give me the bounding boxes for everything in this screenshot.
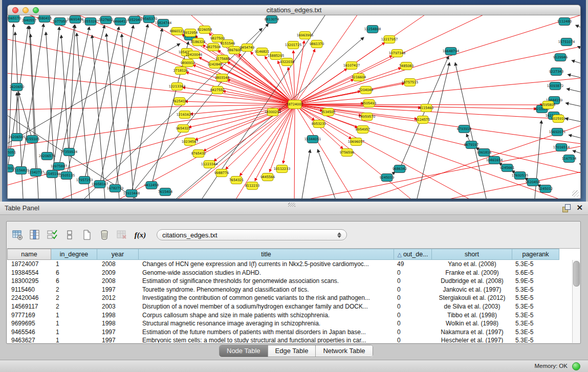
graph-node[interactable]: 2940557 <box>22 17 36 25</box>
graph-node[interactable]: 3216604 <box>352 74 366 81</box>
table-row[interactable]: 911546021997Tourette syndrome. Phenomeno… <box>7 286 572 294</box>
graph-node[interactable]: 10696057 <box>348 138 365 146</box>
new-column-icon[interactable] <box>81 229 93 241</box>
table-scrollbar[interactable] <box>572 260 580 343</box>
tab-edge-table[interactable]: Edge Table <box>268 345 316 357</box>
graph-node[interactable]: 9534505 <box>321 108 335 116</box>
graph-node[interactable]: 1167534 <box>562 155 576 163</box>
graph-node[interactable]: 8112233 <box>245 182 259 190</box>
graph-node[interactable]: 9242848 <box>208 61 222 69</box>
close-panel-icon[interactable]: ✕ <box>576 203 583 212</box>
table-row[interactable]: 1830029562008Estimation of significance … <box>7 277 572 286</box>
graph-node[interactable]: 2205051 <box>8 149 16 157</box>
graph-node[interactable]: 9445566 <box>260 173 275 181</box>
table-row[interactable]: 1456911722003Disruption of a novel membe… <box>7 302 572 311</box>
graph-node[interactable]: 10553287 <box>82 18 99 26</box>
tab-node-table[interactable]: Node Table <box>220 345 268 357</box>
graph-node[interactable]: 8954957 <box>356 126 370 134</box>
graph-node[interactable]: 15824744 <box>155 19 172 27</box>
graph-node[interactable]: 12342737 <box>28 169 45 177</box>
graph-node[interactable]: 9654321 <box>176 125 190 133</box>
graph-node[interactable]: 9890912 <box>181 59 195 67</box>
graph-node[interactable]: 9245019 <box>380 174 394 182</box>
network-graph[interactable]: 1872400718300295206517029405578580415197… <box>8 15 581 199</box>
graph-node[interactable]: 9827504 <box>206 43 221 51</box>
graph-node[interactable]: 9520458 <box>526 179 540 186</box>
table-row[interactable]: 969969511998Structural magnetic resonanc… <box>7 319 572 328</box>
graph-node[interactable]: 1112480 <box>557 18 572 26</box>
merge-rows-icon[interactable] <box>63 229 76 241</box>
graph-node[interactable]: 9322034 <box>280 58 294 66</box>
graph-node[interactable]: 8505493 <box>362 100 376 107</box>
graph-node[interactable]: 6793914 <box>457 125 471 133</box>
graph-node[interactable]: 18300295 <box>265 108 281 116</box>
table-row[interactable]: 1872400712008Changes of HCN gene express… <box>7 260 572 269</box>
graph-node[interactable]: 9756596 <box>340 149 354 157</box>
graph-node[interactable]: 9412458 <box>144 182 159 189</box>
table-row[interactable]: 946554611997Estimation of the future num… <box>7 328 572 337</box>
column-header-short[interactable]: short <box>432 249 512 260</box>
table-row[interactable]: 946362711997Embryonic stem cells: a mode… <box>7 336 572 343</box>
table-column-icon[interactable] <box>29 229 41 241</box>
graph-node[interactable]: 15344051 <box>304 136 321 143</box>
canvas-resize-grip[interactable] <box>572 190 579 197</box>
graph-node[interactable]: 12093872 <box>547 82 564 90</box>
graph-node[interactable]: 12161621 <box>177 111 193 119</box>
graph-node[interactable]: 12213363 <box>169 83 186 91</box>
graph-node[interactable]: 17359924 <box>61 148 78 156</box>
delete-table-icon[interactable] <box>116 229 128 241</box>
graph-node[interactable]: 1025919 <box>551 115 565 123</box>
graph-node[interactable]: 9155105 <box>25 136 39 143</box>
graph-node[interactable]: 10112233 <box>274 165 291 173</box>
graph-node[interactable]: 11223344 <box>201 161 218 168</box>
graph-node[interactable]: 15885205 <box>268 52 285 60</box>
graph-node[interactable]: 8427552 <box>210 86 225 94</box>
graph-node[interactable]: 8912954 <box>183 29 198 37</box>
table-row[interactable]: 2242004622012Investigating the contribut… <box>7 294 572 302</box>
graph-node[interactable]: 9129946 <box>553 54 568 61</box>
graph-node[interactable]: 7625415 <box>172 98 187 105</box>
float-panel-icon[interactable] <box>562 204 571 212</box>
graph-node[interactable]: 11254808 <box>364 26 381 33</box>
graph-node[interactable]: 9245012 <box>538 185 553 193</box>
graph-node[interactable]: 2620650 <box>10 83 24 91</box>
column-header-in_degree[interactable]: in_degree <box>51 249 97 260</box>
column-header-year[interactable]: year <box>97 249 139 260</box>
graph-node[interactable]: 8953231 <box>312 120 326 128</box>
tab-network-table[interactable]: Network Table <box>315 345 372 357</box>
graph-node[interactable]: 9124575 <box>416 116 430 124</box>
graph-node[interactable]: 20691406 <box>67 16 84 24</box>
graph-node[interactable]: 2065170 <box>8 15 21 23</box>
graph-node[interactable]: 1595805 <box>541 101 555 109</box>
graph-node[interactable]: 8352945 <box>127 16 142 24</box>
graph-node[interactable]: 16107427 <box>343 62 360 70</box>
graph-node[interactable]: 6466412 <box>113 18 127 26</box>
graph-node[interactable]: 8186328 <box>191 38 205 46</box>
delete-trash-icon[interactable] <box>98 229 111 241</box>
graph-node[interactable]: 8765432 <box>191 150 206 158</box>
graph-node[interactable]: 9361816 <box>477 149 491 157</box>
graph-node[interactable]: 2718126 <box>173 67 188 75</box>
panel-splitter-grip[interactable] <box>288 203 295 207</box>
graph-node[interactable]: 11156829 <box>13 167 30 174</box>
graph-node[interactable]: 16963905 <box>297 32 314 39</box>
graph-node[interactable]: 9115460 <box>419 104 433 112</box>
graph-node[interactable]: 10461654 <box>486 157 503 164</box>
table-scrollbar-thumb[interactable] <box>573 261 580 287</box>
graph-node[interactable]: 17692535 <box>512 172 529 180</box>
graph-node[interactable]: 12923448 <box>123 190 140 198</box>
graph-node[interactable]: 17957253 <box>76 177 93 184</box>
graph-node[interactable]: 19958167 <box>92 181 108 188</box>
graph-node[interactable]: 9227343 <box>549 68 563 76</box>
graph-node[interactable]: 9988776 <box>214 169 229 177</box>
graph-node[interactable]: 9686342 <box>393 165 407 173</box>
graph-node[interactable]: 20206576 <box>39 152 56 160</box>
network-graph-canvas[interactable]: 1872400718300295206517029405578580415197… <box>7 15 581 199</box>
graph-node[interactable]: 12505135 <box>58 172 75 180</box>
graph-node[interactable]: 9861370 <box>310 40 324 48</box>
graph-node[interactable]: 15751074 <box>558 38 575 46</box>
column-header-title[interactable]: title <box>139 249 394 260</box>
graph-node[interactable]: 1527602 <box>99 16 113 24</box>
graph-node[interactable]: 7615404 <box>158 188 172 196</box>
table-settings-icon[interactable] <box>11 229 24 241</box>
